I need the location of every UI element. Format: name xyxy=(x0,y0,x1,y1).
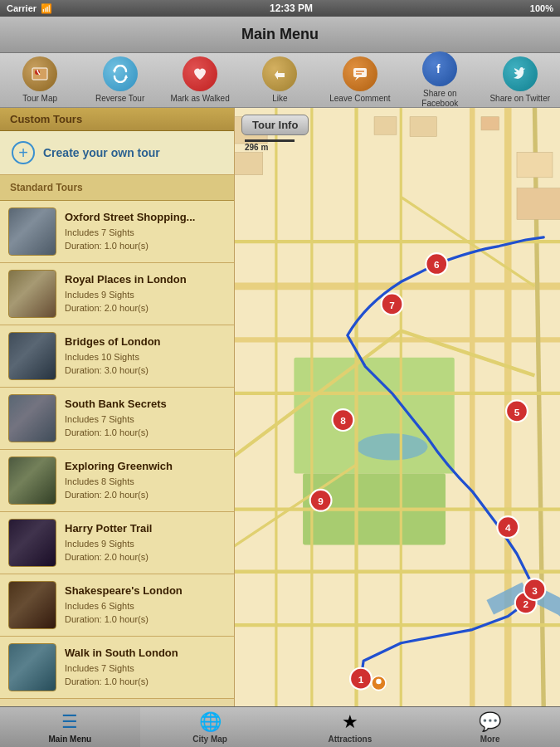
svg-rect-11 xyxy=(9,333,56,379)
tour-sights-oxford: Includes 7 Sights xyxy=(65,226,226,240)
like-icon xyxy=(262,56,297,91)
tour-name-potter: Harry Potter Trail xyxy=(65,522,226,535)
svg-text:9: 9 xyxy=(318,496,324,507)
leave-comment-icon xyxy=(343,56,377,91)
tour-name-bridges: Bridges of London xyxy=(65,335,226,348)
tour-item-southlondon[interactable]: Walk in South London Includes 7 Sights D… xyxy=(0,637,234,699)
tour-name-royal: Royal Places in London xyxy=(65,273,226,286)
tour-thumb-potter xyxy=(8,519,56,567)
tour-sights-shakespeare: Includes 6 Sights xyxy=(65,599,226,613)
svg-text:8: 8 xyxy=(340,415,346,427)
title-bar: Main Menu xyxy=(0,17,560,53)
svg-rect-15 xyxy=(9,582,56,628)
tour-item-bridges[interactable]: Bridges of London Includes 10 Sights Dur… xyxy=(0,325,234,388)
main-menu-label: Main Menu xyxy=(49,735,92,744)
svg-marker-2 xyxy=(113,70,116,73)
tour-sights-southlondon: Includes 7 Sights xyxy=(65,662,226,676)
toolbar-leave-comment[interactable]: Leave Comment xyxy=(327,56,393,104)
more-label: More xyxy=(480,735,500,744)
tab-city-map[interactable]: 🌐 City Map xyxy=(140,707,280,747)
svg-text:4: 4 xyxy=(505,522,511,534)
tab-main-menu[interactable]: ☰ Main Menu xyxy=(0,707,140,747)
more-icon: 💬 xyxy=(479,711,501,733)
tour-item-royal[interactable]: Royal Places in London Includes 9 Sights… xyxy=(0,263,234,325)
tour-sights-potter: Includes 9 Sights xyxy=(65,537,226,551)
toolbar-reverse-tour[interactable]: Reverse Tour xyxy=(87,56,153,104)
tours-list: Oxford Street Shopping... Includes 7 Sig… xyxy=(0,201,234,699)
toolbar: Tour Map Reverse Tour Mark as Walked Lik… xyxy=(0,53,560,108)
tour-thumb-oxford xyxy=(8,208,56,256)
tour-sights-royal: Includes 9 Sights xyxy=(65,288,226,302)
svg-point-19 xyxy=(357,433,428,460)
tour-sights-bridges: Includes 10 Sights xyxy=(65,350,226,364)
left-panel: Custom Tours + Create your own tour Stan… xyxy=(0,108,235,706)
wifi-icon: 📶 xyxy=(41,3,52,14)
reverse-tour-icon xyxy=(103,56,138,91)
tour-thumb-southlondon xyxy=(8,643,56,691)
toolbar-like[interactable]: Like xyxy=(246,56,313,104)
svg-text:2: 2 xyxy=(523,598,528,610)
svg-text:5: 5 xyxy=(514,407,520,418)
status-time: 12:33 PM xyxy=(270,2,313,14)
tour-info-bridges: Bridges of London Includes 10 Sights Dur… xyxy=(65,335,226,378)
svg-rect-41 xyxy=(374,117,397,134)
tour-duration-bridges: Duration: 3.0 hour(s) xyxy=(65,364,226,378)
tour-info-shakespeare: Shakespeare's London Includes 6 Sights D… xyxy=(65,584,226,627)
tour-info-potter: Harry Potter Trail Includes 9 Sights Dur… xyxy=(65,522,226,564)
toolbar-share-twitter[interactable]: Share on Twitter xyxy=(487,56,553,104)
svg-rect-10 xyxy=(9,271,56,317)
reverse-tour-label: Reverse Tour xyxy=(95,94,144,104)
svg-marker-5 xyxy=(355,77,359,81)
create-tour-label: Create your own tour xyxy=(43,146,160,159)
tour-item-potter[interactable]: Harry Potter Trail Includes 9 Sights Dur… xyxy=(0,512,234,574)
toolbar-share-facebook[interactable]: f Share on Facebook xyxy=(407,51,473,109)
tour-info-greenwich: Exploring Greenwich Includes 8 Sights Du… xyxy=(65,460,226,502)
tour-item-oxford[interactable]: Oxford Street Shopping... Includes 7 Sig… xyxy=(0,201,234,263)
tour-item-southbank[interactable]: South Bank Secrets Includes 7 Sights Dur… xyxy=(0,388,234,450)
svg-rect-4 xyxy=(353,68,367,77)
svg-text:7: 7 xyxy=(389,300,395,311)
main-content: Custom Tours + Create your own tour Stan… xyxy=(0,108,560,706)
like-label: Like xyxy=(272,94,287,104)
map-panel: Tour Info 296 m xyxy=(235,108,560,706)
share-twitter-label: Share on Twitter xyxy=(489,94,550,104)
tour-item-greenwich[interactable]: Exploring Greenwich Includes 8 Sights Du… xyxy=(0,450,234,512)
tour-sights-greenwich: Includes 8 Sights xyxy=(65,475,226,489)
status-carrier: Carrier 📶 xyxy=(7,3,52,14)
svg-rect-14 xyxy=(9,520,56,566)
svg-text:6: 6 xyxy=(434,259,440,271)
toolbar-tour-map[interactable]: Tour Map xyxy=(7,56,73,104)
share-twitter-icon xyxy=(503,56,538,91)
page-title: Main Menu xyxy=(241,26,319,43)
tour-duration-royal: Duration: 2.0 hour(s) xyxy=(65,301,226,315)
mark-walked-label: Mark as Walked xyxy=(170,94,229,104)
tour-info-southbank: South Bank Secrets Includes 7 Sights Dur… xyxy=(65,398,226,440)
svg-rect-9 xyxy=(9,208,56,255)
leave-comment-label: Leave Comment xyxy=(329,94,390,104)
tab-more[interactable]: 💬 More xyxy=(420,707,560,747)
status-battery: 100% xyxy=(530,3,553,13)
city-map-icon: 🌐 xyxy=(199,711,222,733)
svg-rect-12 xyxy=(9,395,56,442)
svg-text:1: 1 xyxy=(358,674,364,686)
toolbar-mark-walked[interactable]: Mark as Walked xyxy=(167,56,233,104)
scale-label: 296 m xyxy=(245,143,268,152)
svg-rect-40 xyxy=(235,153,263,175)
tour-sights-southbank: Includes 7 Sights xyxy=(65,413,226,427)
tour-duration-greenwich: Duration: 2.0 hour(s) xyxy=(65,488,226,502)
tour-info-royal: Royal Places in London Includes 9 Sights… xyxy=(65,273,226,315)
tab-attractions[interactable]: ★ Attractions xyxy=(280,707,421,747)
mark-walked-icon xyxy=(183,56,217,91)
scale-bar xyxy=(245,139,295,142)
svg-marker-3 xyxy=(124,75,128,78)
tour-info-button[interactable]: Tour Info xyxy=(241,115,309,135)
tour-info-oxford: Oxford Street Shopping... Includes 7 Sig… xyxy=(65,211,226,253)
create-tour-row[interactable]: + Create your own tour xyxy=(0,131,234,175)
custom-tours-header: Custom Tours xyxy=(0,108,234,131)
tour-duration-shakespeare: Duration: 1.0 hour(s) xyxy=(65,613,226,627)
tour-item-shakespeare[interactable]: Shakespeare's London Includes 6 Sights D… xyxy=(0,574,234,637)
svg-point-65 xyxy=(376,679,381,684)
svg-rect-44 xyxy=(517,153,553,178)
tour-thumb-bridges xyxy=(8,332,56,380)
tour-name-greenwich: Exploring Greenwich xyxy=(65,460,226,472)
